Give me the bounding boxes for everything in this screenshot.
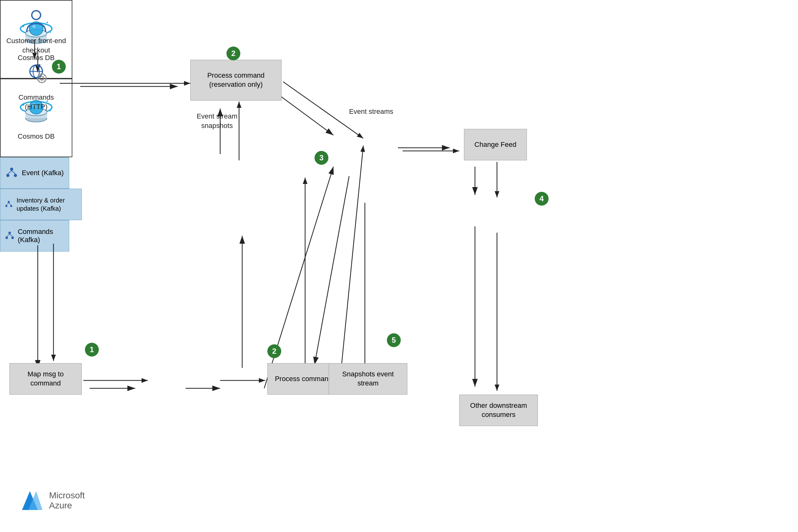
svg-point-68 — [5, 205, 7, 207]
commands-http-label: Commands (HTTP) — [6, 93, 66, 111]
inventory-kafka-label: Inventory & order updates (Kafka) — [17, 196, 77, 212]
svg-point-67 — [8, 201, 10, 203]
step1-top-circle: 1 — [52, 60, 66, 74]
svg-point-76 — [8, 232, 11, 234]
change-feed-box: Change Feed — [464, 129, 527, 160]
customer-label: Customer front-end checkout — [6, 36, 66, 55]
cosmos-db-right-box: ✦ ✦ ✦ Cosmos DB — [0, 79, 72, 157]
event-stream-snapshots-label: Event stream snapshots — [186, 112, 248, 130]
commands-http-icon — [16, 61, 57, 88]
svg-point-69 — [10, 205, 12, 207]
step4-circle: 4 — [535, 192, 549, 206]
arrows-svg — [0, 0, 798, 532]
map-msg-box: Map msg to command — [10, 363, 82, 395]
step5-circle: 5 — [387, 333, 401, 347]
step3-circle: 3 — [315, 151, 328, 165]
event-kafka-label: Event (Kafka) — [22, 169, 63, 178]
customer-icon — [16, 10, 57, 36]
commands-kafka-box: Commands (Kafka) — [0, 220, 69, 251]
step1-bottom-circle: 1 — [85, 343, 99, 357]
svg-line-70 — [6, 203, 9, 205]
svg-line-79 — [6, 234, 10, 237]
svg-line-80 — [10, 234, 13, 237]
inventory-kafka-box: Inventory & order updates (Kafka) — [0, 189, 82, 220]
svg-line-27 — [44, 80, 45, 81]
svg-line-64 — [12, 171, 15, 174]
diagram-container: Customer front-end checkout Commands (HT… — [0, 0, 798, 532]
svg-point-78 — [11, 236, 14, 239]
svg-line-86 — [341, 146, 363, 368]
azure-text: Azure — [49, 500, 85, 511]
svg-point-77 — [5, 236, 8, 239]
svg-point-61 — [6, 174, 10, 177]
svg-line-26 — [39, 75, 40, 76]
event-kafka-box: Event (Kafka) — [0, 157, 69, 189]
process-command-reservation-box: Process command (reservation only) — [190, 60, 281, 101]
step2-bottom-circle: 2 — [267, 344, 281, 358]
svg-point-60 — [10, 168, 13, 171]
svg-line-71 — [9, 203, 11, 205]
cosmos-db-right-label: Cosmos DB — [18, 132, 54, 141]
other-downstream-box: Other downstream consumers — [459, 395, 538, 426]
svg-line-28 — [44, 75, 45, 76]
svg-point-14 — [32, 11, 41, 19]
svg-line-63 — [8, 171, 12, 174]
svg-line-13 — [315, 176, 349, 365]
svg-point-21 — [40, 76, 44, 80]
step2-top-circle: 2 — [226, 46, 240, 60]
azure-microsoft: Microsoft — [49, 491, 85, 500]
commands-kafka-label: Commands (Kafka) — [18, 228, 64, 244]
svg-point-62 — [14, 174, 17, 177]
snapshots-event-stream-box: Snapshots event stream — [329, 363, 407, 395]
event-streams-label: Event streams — [343, 107, 400, 116]
svg-line-29 — [39, 80, 40, 81]
azure-logo: Microsoft Azure — [19, 488, 85, 513]
